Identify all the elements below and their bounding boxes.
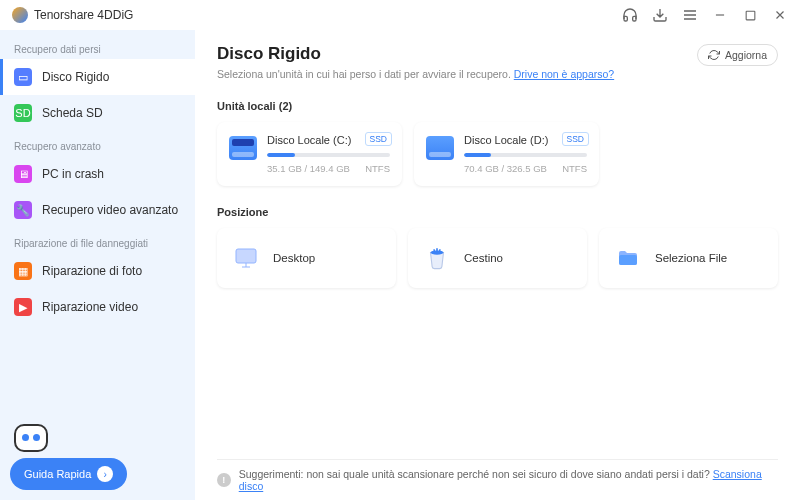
sidebar-item-label: Scheda SD xyxy=(42,106,103,120)
titlebar-buttons xyxy=(622,7,788,23)
location-label: Cestino xyxy=(464,252,503,264)
desktop-icon xyxy=(231,245,261,271)
drive-size: 70.4 GB / 326.5 GB xyxy=(464,163,547,174)
sidebar: Recupero dati persi ▭ Disco Rigido SD Sc… xyxy=(0,30,195,500)
drive-not-shown-link[interactable]: Drive non è apparso? xyxy=(514,68,614,80)
minimize-icon[interactable] xyxy=(712,7,728,23)
titlebar: Tenorshare 4DDiG xyxy=(0,0,800,30)
menu-icon[interactable] xyxy=(682,7,698,23)
sidebar-item-label: Riparazione video xyxy=(42,300,138,314)
tip-bar: ! Suggerimenti: non sai quale unità scan… xyxy=(217,459,778,500)
drives-list: Disco Locale (C:) 35.1 GB / 149.4 GB NTF… xyxy=(217,122,778,186)
close-icon[interactable] xyxy=(772,7,788,23)
drive-card-d[interactable]: Disco Locale (D:) 70.4 GB / 326.5 GB NTF… xyxy=(414,122,599,186)
app-logo: Tenorshare 4DDiG xyxy=(12,7,133,23)
sidebar-item-photo-repair[interactable]: ▦ Riparazione di foto xyxy=(0,253,195,289)
drive-fs: NTFS xyxy=(562,163,587,174)
drive-icon xyxy=(426,136,454,160)
sidebar-item-hard-disk[interactable]: ▭ Disco Rigido xyxy=(0,59,195,95)
location-label: Desktop xyxy=(273,252,315,264)
sidebar-item-label: Riparazione di foto xyxy=(42,264,142,278)
wrench-icon: 🔧 xyxy=(14,201,32,219)
monitor-icon: 🖥 xyxy=(14,165,32,183)
page-subtitle: Seleziona un'unità in cui hai perso i da… xyxy=(217,68,614,80)
sidebar-item-video-recovery[interactable]: 🔧 Recupero video avanzato xyxy=(0,192,195,228)
download-icon[interactable] xyxy=(652,7,668,23)
refresh-icon xyxy=(708,49,720,61)
drive-usage-bar xyxy=(267,153,390,157)
svg-rect-1 xyxy=(236,249,256,263)
location-label: Seleziona File xyxy=(655,252,727,264)
location-desktop[interactable]: Desktop xyxy=(217,228,396,288)
photo-icon: ▦ xyxy=(14,262,32,280)
arrow-right-icon: › xyxy=(97,466,113,482)
sidebar-group-lost-data: Recupero dati persi xyxy=(0,38,195,59)
robot-icon xyxy=(14,424,48,452)
headphones-icon[interactable] xyxy=(622,7,638,23)
sidebar-group-file-repair: Riparazione di file danneggiati xyxy=(0,232,195,253)
tip-text: Suggerimenti: non sai quale unità scansi… xyxy=(239,468,713,480)
assistant-widget: Guida Rapida › xyxy=(10,424,127,490)
drive-icon xyxy=(229,136,257,160)
sidebar-item-label: PC in crash xyxy=(42,167,104,181)
main-content: Disco Rigido Seleziona un'unità in cui h… xyxy=(195,30,800,500)
ssd-badge: SSD xyxy=(365,132,392,146)
sidebar-group-advanced-recovery: Recupero avanzato xyxy=(0,135,195,156)
svg-rect-0 xyxy=(746,11,755,20)
local-drives-title: Unità locali (2) xyxy=(217,100,778,112)
drive-card-c[interactable]: Disco Locale (C:) 35.1 GB / 149.4 GB NTF… xyxy=(217,122,402,186)
quick-guide-button[interactable]: Guida Rapida › xyxy=(10,458,127,490)
quick-guide-label: Guida Rapida xyxy=(24,468,91,480)
svg-rect-3 xyxy=(619,255,637,265)
sidebar-item-pc-crash[interactable]: 🖥 PC in crash xyxy=(0,156,195,192)
drive-usage-bar xyxy=(464,153,587,157)
sd-icon: SD xyxy=(14,104,32,122)
sidebar-item-sd-card[interactable]: SD Scheda SD xyxy=(0,95,195,131)
video-icon: ▶ xyxy=(14,298,32,316)
location-select-file[interactable]: Seleziona File xyxy=(599,228,778,288)
sidebar-item-label: Disco Rigido xyxy=(42,70,109,84)
page-title: Disco Rigido xyxy=(217,44,614,64)
ssd-badge: SSD xyxy=(562,132,589,146)
app-name: Tenorshare 4DDiG xyxy=(34,8,133,22)
trash-icon xyxy=(422,245,452,271)
locations-list: Desktop Cestino Seleziona File xyxy=(217,228,778,288)
info-icon: ! xyxy=(217,473,231,487)
location-trash[interactable]: Cestino xyxy=(408,228,587,288)
disk-icon: ▭ xyxy=(14,68,32,86)
logo-icon xyxy=(12,7,28,23)
maximize-icon[interactable] xyxy=(742,7,758,23)
refresh-button[interactable]: Aggiorna xyxy=(697,44,778,66)
sidebar-item-label: Recupero video avanzato xyxy=(42,203,178,217)
locations-title: Posizione xyxy=(217,206,778,218)
drive-size: 35.1 GB / 149.4 GB xyxy=(267,163,350,174)
drive-fs: NTFS xyxy=(365,163,390,174)
folder-icon xyxy=(613,245,643,271)
sidebar-item-video-repair[interactable]: ▶ Riparazione video xyxy=(0,289,195,325)
